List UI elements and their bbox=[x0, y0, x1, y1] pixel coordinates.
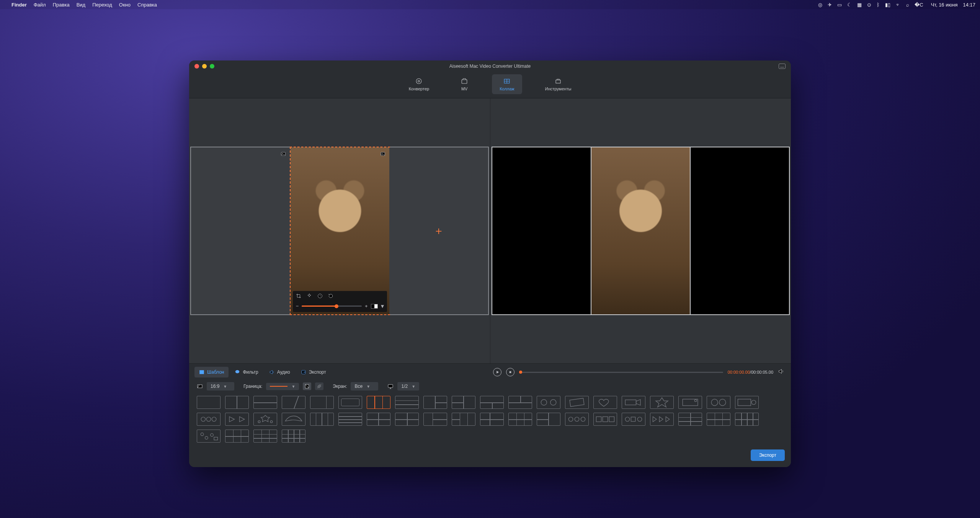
template-9[interactable] bbox=[423, 396, 447, 409]
collage-cell-1[interactable] bbox=[191, 147, 291, 314]
subtab-filter[interactable]: Фильтр bbox=[230, 367, 263, 377]
menubar-app-name[interactable]: Finder bbox=[11, 2, 27, 8]
tab-collage[interactable]: Коллаж bbox=[492, 74, 522, 94]
template-15[interactable] bbox=[593, 396, 617, 409]
menu-help[interactable]: Справка bbox=[137, 2, 157, 8]
subtab-export[interactable]: Экспорт bbox=[296, 367, 331, 377]
template-11[interactable] bbox=[480, 396, 504, 409]
template-35[interactable] bbox=[593, 413, 617, 426]
spotlight-icon[interactable]: ⌕ bbox=[906, 2, 909, 8]
status-icon-4[interactable]: ☾ bbox=[847, 2, 852, 8]
bluetooth-icon[interactable]: ᛒ bbox=[877, 2, 880, 8]
template-29[interactable] bbox=[423, 413, 447, 426]
add-media-icon[interactable]: ＋ bbox=[433, 224, 444, 238]
template-44[interactable] bbox=[282, 430, 305, 443]
template-33[interactable] bbox=[537, 413, 560, 426]
template-39[interactable] bbox=[707, 413, 730, 426]
screen-mode-icon[interactable] bbox=[779, 64, 786, 69]
template-27[interactable] bbox=[367, 413, 390, 426]
status-icon-5[interactable]: ▦ bbox=[857, 2, 862, 8]
template-32[interactable] bbox=[508, 413, 532, 426]
volume-icon[interactable] bbox=[778, 368, 784, 376]
template-8[interactable] bbox=[395, 396, 419, 409]
template-12[interactable] bbox=[508, 396, 532, 409]
tab-converter[interactable]: Конвертер bbox=[401, 74, 437, 94]
menu-window[interactable]: Окно bbox=[119, 2, 131, 8]
window-fullscreen-button[interactable] bbox=[210, 64, 214, 69]
screens-count-dropdown[interactable]: 1/2 ▼ bbox=[397, 382, 419, 391]
template-19[interactable] bbox=[707, 396, 730, 409]
template-26[interactable] bbox=[338, 413, 362, 426]
zoom-slider[interactable] bbox=[302, 306, 362, 307]
menu-view[interactable]: Вид bbox=[77, 2, 86, 8]
template-24[interactable] bbox=[282, 413, 305, 426]
effects-icon[interactable] bbox=[307, 293, 312, 300]
subtab-template[interactable]: Шаблон bbox=[194, 367, 229, 377]
template-37[interactable] bbox=[650, 413, 674, 426]
subtab-audio[interactable]: Аудио bbox=[265, 367, 295, 377]
template-2[interactable] bbox=[225, 396, 249, 409]
template-34[interactable] bbox=[565, 413, 589, 426]
template-6[interactable] bbox=[338, 396, 362, 409]
status-icon-1[interactable]: ◎ bbox=[818, 2, 822, 8]
template-18[interactable] bbox=[678, 396, 702, 409]
export-button[interactable]: Экспорт bbox=[751, 449, 785, 461]
template-31[interactable] bbox=[480, 413, 504, 426]
template-30[interactable] bbox=[452, 413, 475, 426]
template-14[interactable] bbox=[565, 396, 589, 409]
border-pattern-button[interactable] bbox=[315, 382, 323, 390]
template-3[interactable] bbox=[253, 396, 277, 409]
wifi-icon[interactable]: ᯤ bbox=[896, 2, 901, 8]
template-16[interactable] bbox=[622, 396, 645, 409]
template-21[interactable] bbox=[197, 413, 220, 426]
menu-edit[interactable]: Правка bbox=[53, 2, 70, 8]
menu-file[interactable]: Файл bbox=[34, 2, 46, 8]
template-17[interactable] bbox=[650, 396, 674, 409]
reset-icon[interactable] bbox=[328, 293, 333, 300]
template-38[interactable] bbox=[678, 413, 702, 426]
window-close-button[interactable] bbox=[194, 64, 199, 69]
fill-mode-dropdown-icon[interactable]: ▾ bbox=[381, 302, 384, 310]
template-1[interactable] bbox=[197, 396, 220, 409]
window-minimize-button[interactable] bbox=[202, 64, 207, 69]
template-10[interactable] bbox=[452, 396, 475, 409]
template-42[interactable] bbox=[225, 430, 249, 443]
duration-icon[interactable] bbox=[317, 293, 323, 300]
status-icon-6[interactable]: ⊙ bbox=[867, 2, 871, 8]
tab-tools[interactable]: Инструменты bbox=[537, 74, 579, 94]
play-button[interactable] bbox=[493, 368, 501, 376]
border-off-button[interactable] bbox=[303, 382, 311, 390]
template-41[interactable] bbox=[197, 430, 220, 443]
stop-button[interactable] bbox=[506, 368, 514, 376]
template-13[interactable] bbox=[537, 396, 560, 409]
template-5[interactable] bbox=[310, 396, 334, 409]
zoom-in-button[interactable]: + bbox=[365, 303, 368, 309]
border-style-dropdown[interactable]: ▼ bbox=[266, 383, 299, 390]
template-4[interactable] bbox=[282, 396, 305, 409]
fill-mode-button[interactable] bbox=[371, 304, 378, 309]
template-23[interactable] bbox=[253, 413, 277, 426]
status-icon-3[interactable]: ▭ bbox=[837, 2, 842, 8]
collage-edit-canvas[interactable]: − + ▾ ＋ bbox=[190, 147, 489, 315]
tab-mv[interactable]: MV bbox=[452, 74, 477, 94]
telegram-icon[interactable]: ✈ bbox=[828, 2, 832, 8]
menubar-date[interactable]: Чт, 16 июня bbox=[931, 2, 958, 8]
crop-icon[interactable] bbox=[296, 293, 301, 300]
zoom-out-button[interactable]: − bbox=[296, 303, 299, 309]
control-center-icon[interactable]: �C bbox=[915, 2, 923, 8]
battery-icon[interactable]: ▮▯ bbox=[885, 2, 890, 8]
menubar-time[interactable]: 14:17 bbox=[963, 2, 975, 8]
template-40[interactable] bbox=[735, 413, 759, 426]
template-7-selected[interactable] bbox=[367, 396, 390, 409]
template-20[interactable] bbox=[735, 396, 759, 409]
template-25[interactable] bbox=[310, 413, 334, 426]
screen-dropdown[interactable]: Все ▼ bbox=[351, 382, 378, 391]
collage-cell-3-empty[interactable]: ＋ bbox=[389, 147, 488, 314]
template-22[interactable] bbox=[225, 413, 249, 426]
menu-go[interactable]: Переход bbox=[92, 2, 112, 8]
template-36[interactable] bbox=[622, 413, 645, 426]
timeline-slider[interactable] bbox=[519, 372, 723, 373]
template-43[interactable] bbox=[253, 430, 277, 443]
template-28[interactable] bbox=[395, 413, 419, 426]
aspect-ratio-dropdown[interactable]: 16:9 ▼ bbox=[207, 382, 234, 391]
